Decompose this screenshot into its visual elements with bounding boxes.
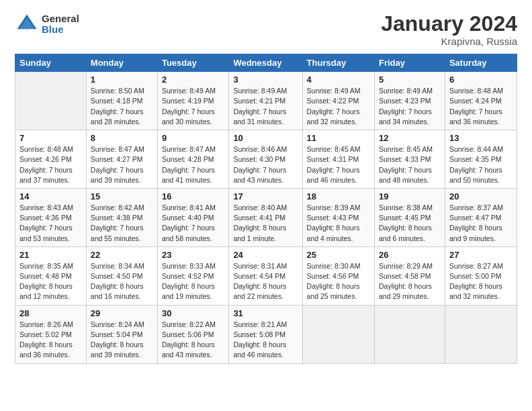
day-number: 24	[233, 250, 298, 260]
calendar-cell	[374, 305, 445, 363]
calendar-cell: 9Sunrise: 8:47 AMSunset: 4:28 PMDaylight…	[157, 130, 228, 189]
logo: General Blue	[15, 12, 79, 36]
calendar-cell: 17Sunrise: 8:40 AMSunset: 4:41 PMDayligh…	[229, 188, 302, 246]
calendar-cell: 11Sunrise: 8:45 AMSunset: 4:31 PMDayligh…	[302, 130, 374, 189]
day-number: 11	[307, 133, 370, 143]
calendar-cell: 12Sunrise: 8:45 AMSunset: 4:33 PMDayligh…	[374, 130, 445, 189]
calendar-cell	[445, 305, 517, 363]
calendar-cell	[302, 305, 374, 363]
calendar-cell: 14Sunrise: 8:43 AMSunset: 4:36 PMDayligh…	[15, 188, 87, 246]
header-wednesday: Wednesday	[229, 54, 302, 72]
calendar-cell: 4Sunrise: 8:49 AMSunset: 4:22 PMDaylight…	[302, 72, 374, 130]
page: General Blue January 2024 Krapivna, Russ…	[0, 0, 532, 411]
calendar-cell: 28Sunrise: 8:26 AMSunset: 5:02 PMDayligh…	[15, 305, 87, 363]
calendar-cell: 2Sunrise: 8:49 AMSunset: 4:19 PMDaylight…	[157, 72, 228, 130]
day-number: 12	[379, 133, 441, 143]
logo-general: General	[42, 13, 79, 25]
day-number: 15	[91, 191, 153, 201]
day-number: 6	[449, 75, 513, 85]
day-number: 28	[19, 308, 82, 318]
day-number: 20	[449, 191, 513, 201]
logo-text: General Blue	[42, 13, 79, 36]
day-info: Sunrise: 8:48 AMSunset: 4:26 PMDaylight:…	[19, 144, 82, 185]
day-number: 3	[233, 75, 298, 85]
calendar-week-1: 1Sunrise: 8:50 AMSunset: 4:18 PMDaylight…	[15, 72, 517, 130]
day-info: Sunrise: 8:42 AMSunset: 4:38 PMDaylight:…	[91, 203, 153, 244]
day-info: Sunrise: 8:33 AMSunset: 4:52 PMDaylight:…	[162, 261, 224, 302]
day-info: Sunrise: 8:46 AMSunset: 4:30 PMDaylight:…	[233, 144, 298, 185]
calendar-cell: 24Sunrise: 8:31 AMSunset: 4:54 PMDayligh…	[229, 246, 302, 305]
calendar-cell: 8Sunrise: 8:47 AMSunset: 4:27 PMDaylight…	[86, 130, 157, 189]
day-number: 5	[379, 75, 441, 85]
calendar-cell: 31Sunrise: 8:21 AMSunset: 5:08 PMDayligh…	[229, 305, 302, 363]
day-info: Sunrise: 8:43 AMSunset: 4:36 PMDaylight:…	[19, 203, 82, 244]
day-number: 21	[19, 250, 82, 260]
day-number: 9	[162, 133, 224, 143]
day-info: Sunrise: 8:34 AMSunset: 4:50 PMDaylight:…	[91, 261, 153, 302]
day-info: Sunrise: 8:50 AMSunset: 4:18 PMDaylight:…	[91, 86, 153, 127]
day-number: 26	[379, 250, 441, 260]
calendar-table: Sunday Monday Tuesday Wednesday Thursday…	[15, 54, 517, 363]
calendar-header-row: Sunday Monday Tuesday Wednesday Thursday…	[15, 54, 517, 72]
calendar-cell	[15, 72, 87, 130]
calendar-cell: 19Sunrise: 8:38 AMSunset: 4:45 PMDayligh…	[374, 188, 445, 246]
title-block: January 2024 Krapivna, Russia	[381, 12, 517, 47]
day-number: 22	[91, 250, 153, 260]
day-info: Sunrise: 8:49 AMSunset: 4:23 PMDaylight:…	[379, 86, 441, 127]
header-sunday: Sunday	[15, 54, 87, 72]
day-number: 25	[307, 250, 370, 260]
day-info: Sunrise: 8:45 AMSunset: 4:31 PMDaylight:…	[307, 144, 370, 185]
logo-blue: Blue	[42, 24, 79, 36]
day-info: Sunrise: 8:45 AMSunset: 4:33 PMDaylight:…	[379, 144, 441, 185]
calendar-week-2: 7Sunrise: 8:48 AMSunset: 4:26 PMDaylight…	[15, 130, 517, 189]
day-number: 14	[19, 191, 82, 201]
calendar-cell: 23Sunrise: 8:33 AMSunset: 4:52 PMDayligh…	[157, 246, 228, 305]
day-number: 16	[162, 191, 224, 201]
day-info: Sunrise: 8:37 AMSunset: 4:47 PMDaylight:…	[449, 203, 513, 244]
logo-icon	[15, 12, 39, 36]
day-number: 13	[449, 133, 513, 143]
calendar-cell: 5Sunrise: 8:49 AMSunset: 4:23 PMDaylight…	[374, 72, 445, 130]
day-info: Sunrise: 8:41 AMSunset: 4:40 PMDaylight:…	[162, 203, 224, 244]
day-info: Sunrise: 8:24 AMSunset: 5:04 PMDaylight:…	[91, 320, 153, 361]
day-number: 8	[91, 133, 153, 143]
calendar-cell: 1Sunrise: 8:50 AMSunset: 4:18 PMDaylight…	[86, 72, 157, 130]
calendar-cell: 29Sunrise: 8:24 AMSunset: 5:04 PMDayligh…	[86, 305, 157, 363]
header-saturday: Saturday	[445, 54, 517, 72]
day-number: 30	[162, 308, 224, 318]
calendar-week-5: 28Sunrise: 8:26 AMSunset: 5:02 PMDayligh…	[15, 305, 517, 363]
day-info: Sunrise: 8:40 AMSunset: 4:41 PMDaylight:…	[233, 203, 298, 244]
day-number: 27	[449, 250, 513, 260]
day-info: Sunrise: 8:47 AMSunset: 4:28 PMDaylight:…	[162, 144, 224, 185]
calendar-cell: 27Sunrise: 8:27 AMSunset: 5:00 PMDayligh…	[445, 246, 517, 305]
calendar-cell: 25Sunrise: 8:30 AMSunset: 4:56 PMDayligh…	[302, 246, 374, 305]
day-info: Sunrise: 8:26 AMSunset: 5:02 PMDaylight:…	[19, 320, 82, 361]
header-friday: Friday	[374, 54, 445, 72]
day-number: 18	[307, 191, 370, 201]
day-number: 1	[91, 75, 153, 85]
day-info: Sunrise: 8:31 AMSunset: 4:54 PMDaylight:…	[233, 261, 298, 302]
day-info: Sunrise: 8:49 AMSunset: 4:19 PMDaylight:…	[162, 86, 224, 127]
calendar-title: January 2024	[381, 12, 517, 36]
day-number: 4	[307, 75, 370, 85]
day-number: 17	[233, 191, 298, 201]
calendar-week-4: 21Sunrise: 8:35 AMSunset: 4:48 PMDayligh…	[15, 246, 517, 305]
day-number: 2	[162, 75, 224, 85]
calendar-cell: 10Sunrise: 8:46 AMSunset: 4:30 PMDayligh…	[229, 130, 302, 189]
calendar-cell: 3Sunrise: 8:49 AMSunset: 4:21 PMDaylight…	[229, 72, 302, 130]
calendar-cell: 30Sunrise: 8:22 AMSunset: 5:06 PMDayligh…	[157, 305, 228, 363]
day-info: Sunrise: 8:38 AMSunset: 4:45 PMDaylight:…	[379, 203, 441, 244]
calendar-cell: 26Sunrise: 8:29 AMSunset: 4:58 PMDayligh…	[374, 246, 445, 305]
header-tuesday: Tuesday	[157, 54, 228, 72]
day-number: 31	[233, 308, 298, 318]
calendar-cell: 22Sunrise: 8:34 AMSunset: 4:50 PMDayligh…	[86, 246, 157, 305]
day-info: Sunrise: 8:39 AMSunset: 4:43 PMDaylight:…	[307, 203, 370, 244]
day-number: 19	[379, 191, 441, 201]
day-info: Sunrise: 8:49 AMSunset: 4:21 PMDaylight:…	[233, 86, 298, 127]
day-number: 10	[233, 133, 298, 143]
calendar-subtitle: Krapivna, Russia	[381, 36, 517, 47]
day-number: 7	[19, 133, 82, 143]
day-info: Sunrise: 8:48 AMSunset: 4:24 PMDaylight:…	[449, 86, 513, 127]
calendar-cell: 16Sunrise: 8:41 AMSunset: 4:40 PMDayligh…	[157, 188, 228, 246]
calendar-cell: 20Sunrise: 8:37 AMSunset: 4:47 PMDayligh…	[445, 188, 517, 246]
